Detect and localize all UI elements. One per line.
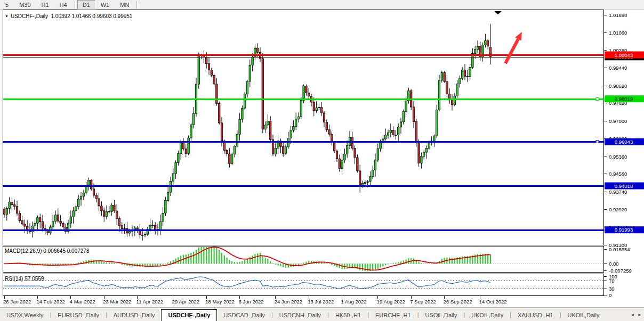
rsi-tick-label: 0 xyxy=(609,292,611,298)
tab-ukoil-daily[interactable]: UKOil-,Daily xyxy=(561,311,606,321)
candle-up xyxy=(193,113,195,125)
candle-up xyxy=(244,94,246,109)
date-tick-label: 6 Jun 2022 xyxy=(239,299,264,304)
candle-up xyxy=(456,84,458,96)
candle-up xyxy=(106,212,107,216)
candle-up xyxy=(344,154,345,160)
macd-bar xyxy=(262,256,263,264)
candle-up xyxy=(111,205,112,211)
candle-up xyxy=(402,112,404,122)
candle-up xyxy=(167,192,169,200)
price-tick-label: 0.98620 xyxy=(609,83,627,89)
timeframe-button-w1[interactable]: W1 xyxy=(95,0,115,10)
price-tick-label: 0.94560 xyxy=(609,171,627,177)
candle-up xyxy=(188,138,189,153)
macd-bar xyxy=(198,248,199,264)
candle-up xyxy=(477,46,478,49)
macd-bar xyxy=(101,261,102,264)
macd-bar xyxy=(305,262,307,264)
candle-up xyxy=(70,217,71,223)
candle-up xyxy=(83,193,84,196)
tab-eurchf-h1[interactable]: EURCHF-,H1 xyxy=(369,311,417,321)
macd-bar xyxy=(106,262,107,264)
timeframe-button-5[interactable]: 5 xyxy=(0,0,14,10)
line-handle[interactable] xyxy=(596,141,599,143)
candle-up xyxy=(433,136,435,141)
tab-eurusd-daily[interactable]: EURUSD-,Daily xyxy=(51,311,106,321)
tab-usdchf-daily[interactable]: USDCHF-,Daily xyxy=(161,309,217,321)
candle-up xyxy=(172,174,174,181)
candle-down xyxy=(103,211,105,216)
candle-up xyxy=(254,48,256,57)
candle-up xyxy=(441,72,442,80)
macd-bar xyxy=(122,264,123,265)
macd-bar xyxy=(408,258,409,264)
date-axis[interactable]: 26 Jan 202214 Feb 20224 Mar 202223 Mar 2… xyxy=(3,296,507,304)
tab-ukoil-daily[interactable]: UKOil-,Daily xyxy=(465,311,510,321)
timeframe-button-d1[interactable]: D1 xyxy=(77,0,95,10)
candle-up xyxy=(37,218,38,223)
tab-scroll-right-icon[interactable]: ► xyxy=(638,312,642,317)
timeframe-button-mn[interactable]: MN xyxy=(115,0,134,10)
collapse-triangle-icon[interactable]: ▼ xyxy=(5,14,9,18)
price-tick-label: 1.01060 xyxy=(609,30,627,36)
macd-bar xyxy=(272,263,273,264)
candle-up xyxy=(231,154,233,163)
candle-up xyxy=(180,142,182,154)
line-handle[interactable] xyxy=(596,98,599,101)
macd-bar xyxy=(331,264,332,265)
tab-usdcad-daily[interactable]: USDCAD-,Daily xyxy=(217,311,271,321)
candle-down xyxy=(62,223,64,227)
macd-name: MACD(12,26,9) xyxy=(5,248,42,254)
candle-down xyxy=(95,195,97,199)
candle-down xyxy=(121,226,123,229)
macd-bar xyxy=(301,264,302,264)
candle-down xyxy=(413,107,414,121)
price-axis[interactable]: 1.018801.010601.002600.994400.986200.978… xyxy=(604,12,644,248)
candle-up xyxy=(78,199,79,207)
candle-down xyxy=(213,75,215,84)
candle-down xyxy=(42,222,43,228)
tab-xauusd-h1[interactable]: XAUUSD-,H1 xyxy=(511,311,560,321)
candle-up xyxy=(31,226,33,232)
candle-up xyxy=(428,143,430,148)
tab-scroll-left-icon[interactable]: ◄ xyxy=(630,312,634,317)
tab-usoil-daily[interactable]: USOil-,Daily xyxy=(419,311,464,321)
macd-bar xyxy=(413,259,414,264)
macd-bar xyxy=(270,261,271,264)
candle-up xyxy=(239,119,240,134)
timeframe-button-h1[interactable]: H1 xyxy=(36,0,54,10)
candle-up xyxy=(264,125,266,129)
candle-down xyxy=(328,130,330,134)
candle-up xyxy=(144,234,146,235)
rsi-axis: 10070300 xyxy=(604,274,617,298)
candle-down xyxy=(126,228,128,233)
level-price-badge-text: 0.96043 xyxy=(615,139,633,145)
price-tick-label: 0.92920 xyxy=(609,207,627,212)
macd-bar xyxy=(167,262,168,264)
rsi-value: 57.0559 xyxy=(25,276,44,282)
tab-audusd-daily[interactable]: AUDUSD-,Daily xyxy=(107,311,162,321)
candle-up xyxy=(297,117,299,119)
tab-usdx-weekly[interactable]: USDX,Weekly xyxy=(0,311,50,321)
chart-window[interactable]: 1.018801.010601.002600.994400.986200.978… xyxy=(0,10,644,308)
candle-up xyxy=(249,65,251,81)
candle-down xyxy=(313,102,315,111)
chart-ohlc-values: 1.00392 1.01466 0.99603 0.99951 xyxy=(51,13,133,19)
candle-up xyxy=(149,225,151,229)
candle-down xyxy=(57,215,59,221)
candle-down xyxy=(118,218,120,226)
tab-usdcnh-daily[interactable]: USDCNH-,Daily xyxy=(273,311,327,321)
price-chart[interactable]: 1.018801.010601.002600.994400.986200.978… xyxy=(0,10,644,308)
timeframe-button-m30[interactable]: M30 xyxy=(14,0,36,10)
macd-bar xyxy=(165,264,166,264)
candle-down xyxy=(24,224,26,226)
timeframe-button-h4[interactable]: H4 xyxy=(54,0,73,10)
candle-down xyxy=(226,150,228,153)
tab-hk50-h1[interactable]: HK50-,H1 xyxy=(329,311,367,321)
date-tick-label: 14 Oct 2022 xyxy=(479,299,507,304)
candle-down xyxy=(39,218,41,222)
candle-down xyxy=(206,57,207,64)
macd-bar xyxy=(231,261,232,264)
candle-up xyxy=(178,154,179,163)
